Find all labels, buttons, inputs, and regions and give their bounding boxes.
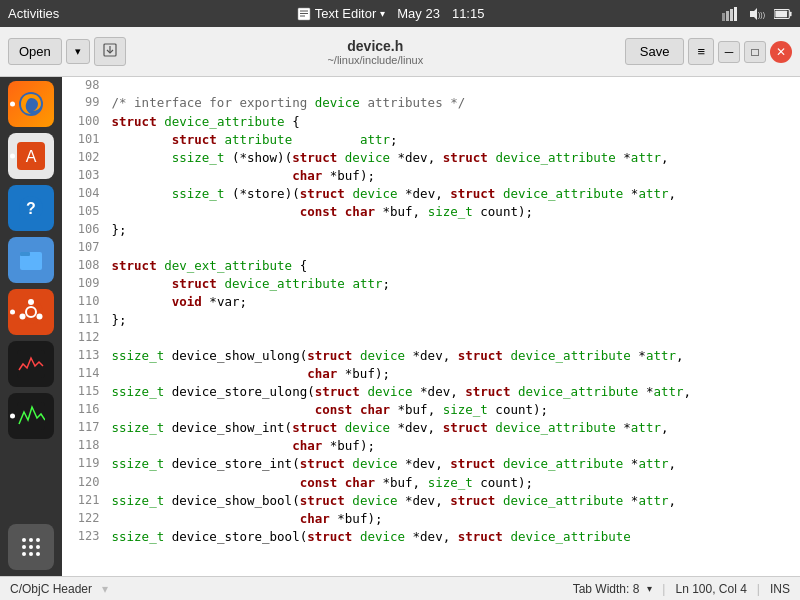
dock-item-software[interactable]: A xyxy=(8,133,54,179)
code-line[interactable]: ssize_t device_show_ulong(struct device … xyxy=(112,347,800,365)
app-dock: A ? xyxy=(0,77,62,576)
line-number: 117 xyxy=(62,419,112,437)
dock-item-system-monitor[interactable] xyxy=(8,393,54,439)
code-line[interactable]: char *buf); xyxy=(112,365,800,383)
ubuntu-icon xyxy=(17,298,45,326)
code-line[interactable]: char *buf); xyxy=(112,167,800,185)
dock-item-files[interactable] xyxy=(8,237,54,283)
line-number: 99 xyxy=(62,94,112,112)
maximize-button[interactable]: □ xyxy=(744,41,766,63)
line-number: 121 xyxy=(62,492,112,510)
svg-point-36 xyxy=(29,552,33,556)
tab-width-indicator[interactable]: Tab Width: 8 xyxy=(573,582,640,596)
code-line[interactable]: ssize_t (*store)(struct device *dev, str… xyxy=(112,185,800,203)
text-editor-icon xyxy=(297,7,311,21)
activities-label[interactable]: Activities xyxy=(8,6,59,21)
dock-active-indicator xyxy=(10,154,15,159)
table-row: 110 void *var; xyxy=(62,293,800,311)
code-line[interactable]: ssize_t (*show)(struct device *dev, stru… xyxy=(112,149,800,167)
software-center-icon: A xyxy=(17,142,45,170)
code-line[interactable]: struct device_attribute { xyxy=(112,113,800,131)
table-row: 123ssize_t device_store_bool(struct devi… xyxy=(62,528,800,546)
line-number: 114 xyxy=(62,365,112,383)
line-number: 105 xyxy=(62,203,112,221)
svg-rect-12 xyxy=(775,10,787,16)
table-row: 114 char *buf); xyxy=(62,365,800,383)
app-header: Open ▾ device.h ~/linux/include/linux Sa… xyxy=(0,27,800,77)
network-icon[interactable] xyxy=(722,5,740,23)
firefox-icon xyxy=(17,90,45,118)
time-display: 11:15 xyxy=(452,6,485,21)
battery-icon[interactable] xyxy=(774,5,792,23)
code-line[interactable]: ssize_t device_store_ulong(struct device… xyxy=(112,383,800,401)
code-line[interactable]: const char *buf, size_t count); xyxy=(112,401,800,419)
table-row: 115ssize_t device_store_ulong(struct dev… xyxy=(62,383,800,401)
code-line[interactable]: char *buf); xyxy=(112,510,800,528)
code-line[interactable]: const char *buf, size_t count); xyxy=(112,203,800,221)
code-line[interactable]: ssize_t device_store_bool(struct device … xyxy=(112,528,800,546)
table-row: 104 ssize_t (*store)(struct device *dev,… xyxy=(62,185,800,203)
dock-active-indicator xyxy=(10,414,15,419)
dock-active-indicator xyxy=(10,102,15,107)
dock-item-ubuntu[interactable] xyxy=(8,289,54,335)
code-line[interactable]: ssize_t device_show_int(struct device *d… xyxy=(112,419,800,437)
minimize-button[interactable]: ─ xyxy=(718,41,740,63)
svg-rect-21 xyxy=(20,252,30,256)
topbar: Activities Text Editor ▾ May 23 11:15 xyxy=(0,0,800,27)
line-number: 100 xyxy=(62,113,112,131)
code-editor[interactable]: 9899/* interface for exporting device at… xyxy=(62,77,800,576)
code-line[interactable]: }; xyxy=(112,311,800,329)
line-number: 101 xyxy=(62,131,112,149)
code-line[interactable] xyxy=(112,239,800,256)
language-indicator[interactable]: C/ObjC Header xyxy=(10,582,92,596)
table-row: 113ssize_t device_show_ulong(struct devi… xyxy=(62,347,800,365)
cursor-position: Ln 100, Col 4 xyxy=(675,582,746,596)
line-number: 120 xyxy=(62,474,112,492)
save-button[interactable]: Save xyxy=(625,38,685,65)
table-row: 111}; xyxy=(62,311,800,329)
code-line[interactable]: void *var; xyxy=(112,293,800,311)
line-number: 110 xyxy=(62,293,112,311)
code-line[interactable]: struct attribute attr; xyxy=(112,131,800,149)
dock-item-firefox[interactable] xyxy=(8,81,54,127)
chevron-down-icon[interactable]: ▾ xyxy=(380,8,385,19)
code-line[interactable]: struct device_attribute attr; xyxy=(112,275,800,293)
code-table: 9899/* interface for exporting device at… xyxy=(62,77,800,546)
code-line[interactable]: ssize_t device_show_bool(struct device *… xyxy=(112,492,800,510)
app-indicator[interactable]: Text Editor ▾ xyxy=(297,6,385,21)
svg-point-24 xyxy=(28,299,34,305)
dock-item-activity-monitor[interactable] xyxy=(8,341,54,387)
line-number: 98 xyxy=(62,77,112,94)
code-line[interactable] xyxy=(112,329,800,346)
code-line[interactable] xyxy=(112,77,800,94)
volume-icon[interactable]: )))) xyxy=(748,5,766,23)
open-dropdown-button[interactable]: ▾ xyxy=(66,39,90,64)
help-icon: ? xyxy=(17,194,45,222)
line-number: 102 xyxy=(62,149,112,167)
file-title: device.h ~/linux/include/linux xyxy=(126,38,625,66)
code-line[interactable]: const char *buf, size_t count); xyxy=(112,474,800,492)
system-monitor-icon xyxy=(17,402,45,430)
line-number: 113 xyxy=(62,347,112,365)
header-right: Save ≡ ─ □ ✕ xyxy=(625,38,800,65)
table-row: 109 struct device_attribute attr; xyxy=(62,275,800,293)
table-row: 101 struct attribute attr; xyxy=(62,131,800,149)
tab-width-arrow[interactable]: ▾ xyxy=(647,583,652,594)
date-display: May 23 xyxy=(397,6,440,21)
open-button[interactable]: Open xyxy=(8,38,62,65)
close-button[interactable]: ✕ xyxy=(770,41,792,63)
dock-item-appgrid[interactable] xyxy=(8,524,54,570)
svg-marker-8 xyxy=(750,8,757,20)
code-line[interactable]: }; xyxy=(112,221,800,239)
code-line[interactable]: ssize_t device_store_int(struct device *… xyxy=(112,455,800,473)
save-icon-button[interactable] xyxy=(94,37,126,66)
line-number: 111 xyxy=(62,311,112,329)
code-line[interactable]: /* interface for exporting device attrib… xyxy=(112,94,800,112)
code-content[interactable]: 9899/* interface for exporting device at… xyxy=(62,77,800,576)
code-line[interactable]: struct dev_ext_attribute { xyxy=(112,257,800,275)
code-line[interactable]: char *buf); xyxy=(112,437,800,455)
svg-rect-5 xyxy=(726,11,729,21)
dock-item-help[interactable]: ? xyxy=(8,185,54,231)
hamburger-menu-button[interactable]: ≡ xyxy=(688,38,714,65)
line-number: 108 xyxy=(62,257,112,275)
